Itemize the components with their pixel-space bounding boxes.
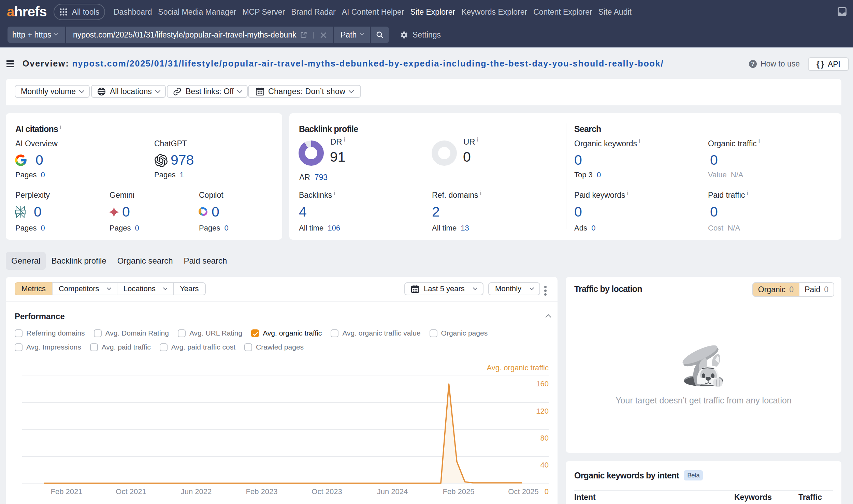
svg-text:80: 80: [540, 434, 549, 442]
svg-text:Jun 2024: Jun 2024: [377, 487, 408, 496]
svg-text:Feb 2023: Feb 2023: [246, 487, 278, 496]
svg-text:Feb 2021: Feb 2021: [51, 487, 83, 496]
svg-text:Jun 2022: Jun 2022: [181, 487, 212, 496]
svg-text:40: 40: [540, 461, 549, 469]
svg-text:0: 0: [545, 487, 549, 496]
svg-text:Oct 2023: Oct 2023: [312, 487, 342, 496]
svg-text:Oct 2025: Oct 2025: [508, 487, 538, 496]
svg-text:Feb 2025: Feb 2025: [443, 487, 475, 496]
svg-text:120: 120: [536, 407, 549, 415]
svg-text:Oct 2021: Oct 2021: [116, 487, 146, 496]
svg-text:160: 160: [536, 380, 549, 388]
